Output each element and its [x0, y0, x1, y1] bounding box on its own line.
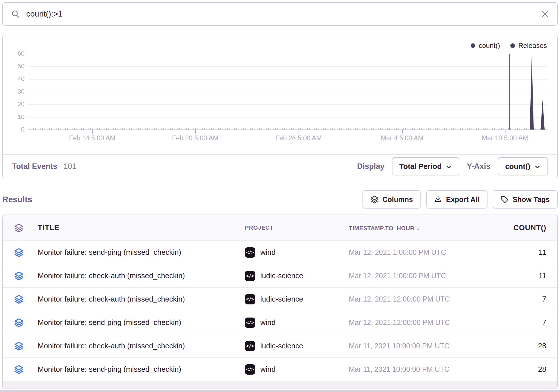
project-cell: </> wind [242, 318, 345, 328]
legend-dot-icon [471, 43, 475, 48]
clear-search-icon[interactable] [541, 10, 549, 18]
count-value: 11 [491, 248, 557, 257]
count-value: 7 [491, 318, 557, 327]
event-title[interactable]: Monitor failure: check-auth (missed_chec… [35, 342, 242, 350]
x-axis-line [29, 130, 547, 130]
project-cell: </> wind [242, 247, 345, 258]
yaxis-dropdown[interactable]: count() [498, 157, 548, 175]
stack-icon [14, 365, 23, 374]
platform-icon: </> [245, 364, 255, 375]
chart-panel-footer: Total Events 101 Display Total Period Y-… [3, 154, 557, 178]
table-row[interactable]: Monitor failure: check-auth (missed_chec… [3, 264, 557, 287]
legend-dot-icon [510, 43, 515, 48]
chart-plot-area[interactable] [29, 54, 547, 130]
project-name: wind [260, 365, 275, 374]
show-tags-button-label: Show Tags [513, 195, 550, 204]
timestamp-value: Mar 12, 2021 12:00:00 PM UTC [345, 318, 491, 327]
timestamp-value: Mar 11, 2021 10:00:00 PM UTC [345, 342, 491, 350]
column-header-timestamp-label: TIMESTAMP.TO_HOUR [349, 225, 414, 231]
event-title[interactable]: Monitor failure: send-ping (missed_check… [35, 248, 242, 257]
column-header-title[interactable]: TITLE [35, 223, 242, 232]
y-axis-tick: 50 [3, 63, 25, 69]
stack-icon [14, 271, 23, 280]
y-axis-tick: 60 [3, 50, 25, 57]
event-title[interactable]: Monitor failure: check-auth (missed_chec… [35, 295, 242, 304]
search-input[interactable]: count():>1 [26, 9, 541, 19]
column-header-timestamp[interactable]: TIMESTAMP.TO_HOUR↓ [345, 224, 491, 232]
code-glyph: </> [246, 320, 254, 325]
columns-button[interactable]: Columns [362, 190, 421, 209]
count-value: 28 [491, 342, 557, 350]
x-axis-tick: Mar 4 5:00 AM [381, 134, 424, 142]
table-row[interactable]: Monitor failure: send-ping (missed_check… [3, 241, 557, 264]
table-row[interactable]: Monitor failure: send-ping (missed_check… [3, 357, 557, 381]
export-all-button-label: Export All [446, 195, 480, 204]
download-icon [434, 195, 442, 203]
x-axis-tick: Mar 10 5:00 AM [482, 134, 528, 142]
platform-icon: </> [245, 318, 255, 328]
stack-icon [14, 342, 23, 351]
project-name: ludic-science [260, 295, 303, 304]
chart-legend[interactable]: count() Releases [471, 42, 547, 50]
search-bar[interactable]: count():>1 [2, 2, 558, 26]
table-row[interactable]: Monitor failure: send-ping (missed_check… [3, 311, 557, 334]
table-row[interactable]: Monitor failure: check-auth (missed_chec… [3, 287, 557, 311]
project-name: ludic-science [260, 271, 303, 280]
yaxis-dropdown-value: count() [505, 162, 530, 171]
project-cell: </> ludic-science [242, 341, 345, 351]
display-dropdown[interactable]: Total Period [392, 157, 459, 175]
search-icon [11, 9, 20, 19]
timestamp-value: Mar 12, 2021 12:00:00 PM UTC [345, 295, 491, 303]
code-glyph: </> [246, 343, 254, 349]
count-value: 28 [491, 365, 557, 374]
platform-icon: </> [245, 247, 255, 258]
event-title[interactable]: Monitor failure: send-ping (missed_check… [35, 318, 242, 327]
yaxis-label: Y-Axis [467, 162, 490, 171]
tag-icon [501, 195, 509, 203]
table-footer-strip [3, 381, 557, 389]
project-name: ludic-science [260, 342, 303, 350]
sort-desc-icon: ↓ [416, 224, 420, 232]
code-glyph: </> [246, 297, 254, 302]
chevron-down-icon [446, 164, 452, 170]
platform-icon: </> [245, 341, 255, 351]
results-header: Results Columns Export All Show Tags [2, 189, 558, 209]
project-cell: </> ludic-science [242, 294, 345, 304]
export-all-button[interactable]: Export All [426, 190, 488, 209]
stack-header-icon[interactable] [14, 223, 23, 233]
count-value: 11 [491, 271, 557, 280]
discover-page: count():>1 count() Releases 60 50 40 30 … [0, 0, 560, 392]
show-tags-button[interactable]: Show Tags [493, 190, 558, 209]
legend-item-count[interactable]: count() [471, 42, 500, 50]
project-name: wind [260, 248, 275, 257]
stack-icon [14, 295, 23, 304]
total-events-label: Total Events [12, 162, 57, 171]
platform-icon: </> [245, 294, 255, 304]
cutoff-element-edge [0, 390, 560, 392]
y-axis-tick: 40 [3, 76, 25, 82]
timestamp-value: Mar 11, 2021 10:00:00 PM UTC [345, 365, 491, 373]
stack-icon [14, 248, 23, 257]
x-axis-tick: Feb 26 5:00 AM [275, 134, 322, 142]
y-axis-tick: 10 [3, 114, 25, 120]
table-header-row: TITLE PROJECT TIMESTAMP.TO_HOUR↓ COUNT() [3, 215, 557, 241]
count-series-spikes [29, 54, 547, 130]
timestamp-value: Mar 12, 2021 1:00:00 PM UTC [345, 272, 491, 280]
code-glyph: </> [246, 273, 254, 278]
legend-label: count() [479, 42, 500, 50]
event-title[interactable]: Monitor failure: send-ping (missed_check… [35, 365, 242, 374]
results-table: TITLE PROJECT TIMESTAMP.TO_HOUR↓ COUNT()… [2, 215, 558, 389]
legend-item-releases[interactable]: Releases [510, 42, 547, 50]
chevron-down-icon [534, 164, 541, 170]
table-row[interactable]: Monitor failure: check-auth (missed_chec… [3, 334, 557, 357]
y-axis-tick: 0 [3, 126, 25, 133]
column-header-count[interactable]: COUNT() [491, 223, 557, 232]
column-header-project[interactable]: PROJECT [242, 225, 345, 231]
x-axis-tick: Feb 14 5:00 AM [69, 134, 115, 142]
event-title[interactable]: Monitor failure: check-auth (missed_chec… [35, 271, 242, 280]
results-title: Results [2, 195, 32, 204]
x-axis-tick: Feb 20 5:00 AM [172, 134, 218, 142]
chart-panel: count() Releases 60 50 40 30 20 10 0 [2, 35, 558, 178]
project-cell: </> ludic-science [242, 271, 345, 281]
platform-icon: </> [245, 271, 255, 281]
